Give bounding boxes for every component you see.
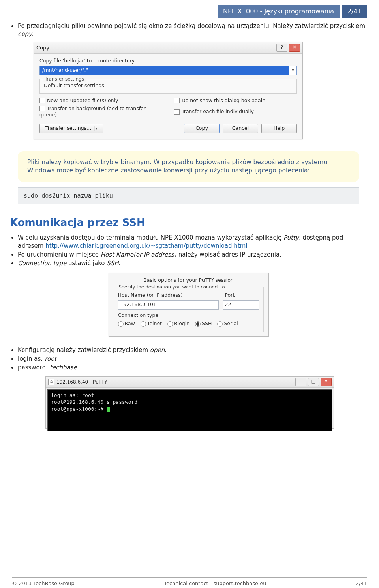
intro-text: Po przeciągnięciu pliku powinno pojawić … [18,22,365,30]
cursor-icon [107,407,110,412]
opt-noshow: Do not show this dialog box again [182,97,265,103]
opt-new-updated: New and updated file(s) only [47,97,118,103]
copy-dialog-titlebar: Copy ? ✕ [34,42,302,54]
post-bullet-2: login as: root [18,355,367,363]
term-line-1: login as: root [51,392,329,399]
help-button[interactable]: Help [261,124,297,133]
destination-combo[interactable]: /mnt/nand-user/"." ▾ [39,66,297,75]
host-input[interactable]: 192.168.0.101 [118,300,219,310]
checkbox-noshow[interactable] [174,98,180,103]
header-title: NPE X1000 - Języki programowania [218,5,340,18]
destination-value: /mnt/nand-user/"." [40,66,289,75]
header-page: 2/41 [342,5,367,18]
note-box: Pliki należy kopiować w trybie binarnym.… [18,151,359,182]
terminal-window: ⌂ 192.168.6.40 - PuTTY — □ ✕ login as: r… [45,376,334,429]
ssh-bullet-1: W celu uzyskania dostępu do terminala mo… [18,234,367,250]
copy-prompt: Copy file 'hello.jar' to remote director… [39,58,297,64]
post-bullet-3: password: techbase [18,363,367,371]
footer-center: Technical contact - support.techbase.eu [75,580,356,587]
close-icon[interactable]: ✕ [321,378,332,386]
opt-background: Transfer on background (add to transfer … [39,105,146,118]
radio-raw[interactable]: Raw [118,320,135,327]
page-footer: © 2013 TechBase Group Technical contact … [12,577,367,587]
menu-arrow-icon: │▾ [93,126,98,131]
footer-left: © 2013 TechBase Group [12,580,75,587]
putty-dialog: Basic options for your PuTTY session Spe… [109,273,269,337]
checkbox-new-updated[interactable] [39,98,45,103]
transfer-settings-group: Transfer settings Default transfer setti… [39,79,297,94]
term-line-3: root@npe-x1000:~# [51,406,103,412]
post-bullet-1: Konfigurację należy zatwierdzić przycisk… [18,346,367,354]
terminal-body[interactable]: login as: root root@192.168.6.40's passw… [47,389,332,431]
minimize-icon[interactable]: — [295,378,306,386]
cancel-button[interactable]: Cancel [223,124,258,133]
ssh-bullet-3: Connection type ustawić jako SSH. [18,259,367,267]
transfer-settings-button[interactable]: Transfer settings… │▾ [39,124,103,133]
opt-individual: Transfer each file individually [182,109,254,114]
footer-right: 2/41 [356,580,367,587]
ssh-bullet-2: Po uruchomieniu w miejsce Host Name(or I… [18,251,367,258]
putty-group-label: Specify the destination you want to conn… [117,284,227,290]
radio-rlogin[interactable]: Rlogin [167,320,190,327]
intro-bullet: Po przeciągnięciu pliku powinno pojawić … [18,22,367,38]
radio-serial[interactable]: Serial [217,320,238,327]
copy-dialog-title: Copy [36,44,275,51]
terminal-title: 192.168.6.40 - PuTTY [56,379,294,385]
checkbox-individual[interactable] [174,109,180,115]
copy-button[interactable]: Copy [184,124,220,133]
term-line-2: root@192.168.6.40's password: [51,399,329,406]
transfer-default: Default transfer settings [44,82,293,89]
port-input[interactable]: 22 [223,300,259,310]
host-label: Host Name (or IP address) [118,292,221,299]
close-icon[interactable]: ✕ [289,44,300,52]
maximize-icon[interactable]: □ [308,378,319,386]
intro-em: copy [18,30,32,37]
help-icon[interactable]: ? [276,44,287,52]
putty-title: Basic options for your PuTTY session [114,277,264,284]
checkbox-background[interactable] [39,106,45,111]
page-header: NPE X1000 - Języki programowania 2/41 [10,5,367,18]
chevron-down-icon[interactable]: ▾ [289,67,296,73]
putty-icon: ⌂ [48,379,54,385]
port-label: Port [225,292,259,299]
conn-type-label: Connection type: [118,312,160,319]
radio-ssh[interactable]: SSH [195,320,212,327]
putty-download-link[interactable]: http://www.chiark.greenend.org.uk/~sgtat… [45,242,247,249]
section-heading: Komunikacja przez SSH [10,216,367,230]
transfer-group-label: Transfer settings [43,76,86,82]
code-box: sudo dos2unix nazwa_pliku [18,187,359,204]
copy-dialog: Copy ? ✕ Copy file 'hello.jar' to remote… [34,42,303,139]
radio-telnet[interactable]: Telnet [141,320,162,327]
